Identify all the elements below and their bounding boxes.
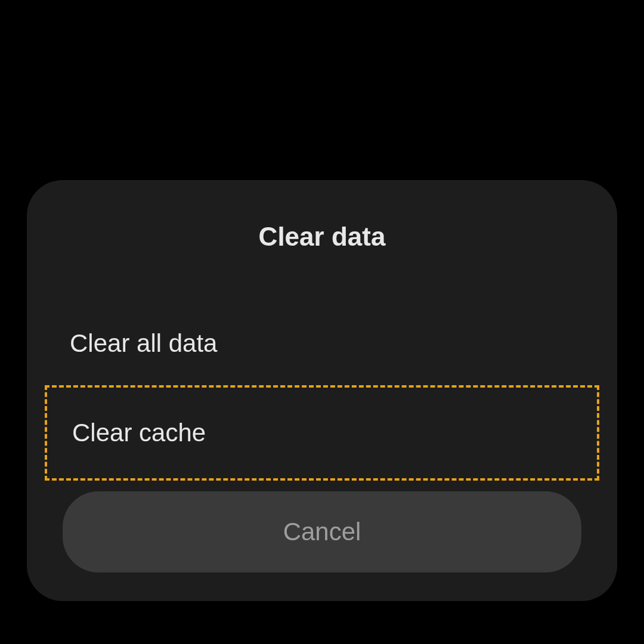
option-label: Clear cache	[72, 419, 206, 447]
highlight-indicator: Clear cache	[45, 385, 599, 481]
clear-data-dialog: Clear data Clear all data Clear cache Ca…	[27, 180, 617, 601]
dialog-title: Clear data	[27, 222, 617, 252]
option-label: Clear all data	[70, 329, 217, 357]
clear-cache-option[interactable]: Clear cache	[45, 385, 599, 481]
clear-all-data-option[interactable]: Clear all data	[27, 305, 617, 382]
cancel-button[interactable]: Cancel	[63, 491, 581, 572]
cancel-label: Cancel	[283, 518, 361, 546]
